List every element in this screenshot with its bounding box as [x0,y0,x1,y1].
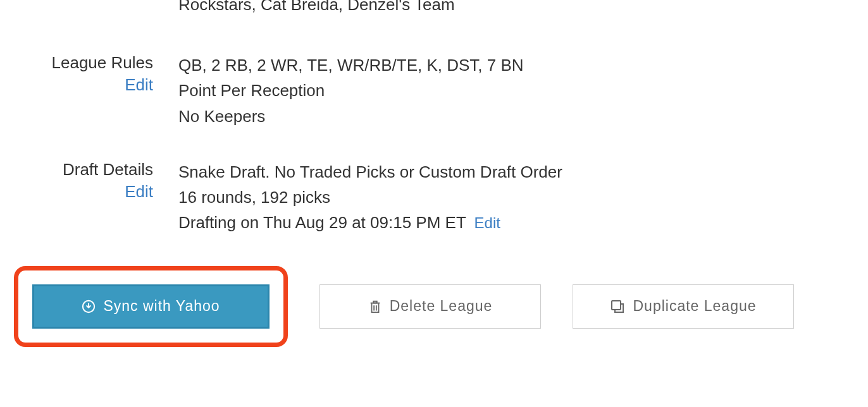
draft-details-edit-link[interactable]: Edit [0,182,153,202]
league-rules-edit-link[interactable]: Edit [0,75,153,95]
scoring-format: Point Per Reception [178,78,868,103]
sync-button-label: Sync with Yahoo [103,298,220,315]
keepers-setting: No Keepers [178,104,868,129]
duplicate-icon [610,299,625,314]
duplicate-league-button[interactable]: Duplicate League [573,284,794,329]
draft-rounds: 16 rounds, 192 picks [178,185,868,210]
sync-icon [82,300,96,313]
draft-details-section: Draft Details Edit Snake Draft. No Trade… [0,159,868,236]
delete-league-button[interactable]: Delete League [319,284,541,329]
draft-date: Drafting on Thu Aug 29 at 09:15 PM ET [178,213,466,232]
sync-highlight-box: Sync with Yahoo [14,266,288,347]
delete-button-label: Delete League [390,298,493,315]
draft-details-label: Draft Details [0,159,153,181]
sync-with-yahoo-button[interactable]: Sync with Yahoo [32,284,270,329]
duplicate-button-label: Duplicate League [633,298,756,315]
svg-rect-1 [612,301,621,310]
league-rules-section: League Rules Edit QB, 2 RB, 2 WR, TE, WR… [0,52,868,129]
roster-positions: QB, 2 RB, 2 WR, TE, WR/RB/TE, K, DST, 7 … [178,52,868,78]
league-rules-label: League Rules [0,52,153,74]
draft-type: Snake Draft. No Traded Picks or Custom D… [178,159,868,185]
trash-icon [368,299,382,314]
draft-date-edit-link[interactable]: Edit [474,214,500,231]
truncated-teams-text: Rockstars, Cat Breida, Denzel's Team [178,0,455,15]
